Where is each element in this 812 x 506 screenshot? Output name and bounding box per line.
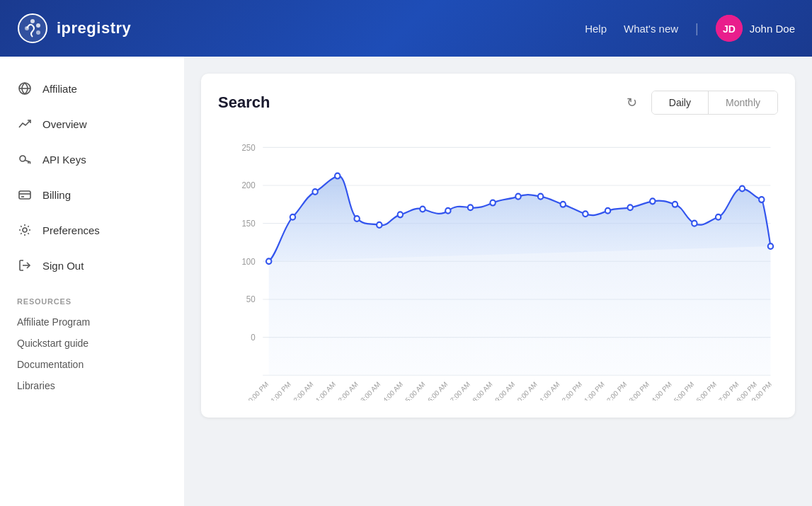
header: ipregistry Help What's new | JD John Doe xyxy=(0,0,812,57)
svg-text:8:00 AM: 8:00 AM xyxy=(471,380,493,401)
sidebar-item-billing[interactable]: Billing xyxy=(0,177,184,212)
svg-point-44 xyxy=(561,202,566,207)
logo-text: ipregistry xyxy=(57,19,131,38)
chart-header: Search ↻ Daily Monthly xyxy=(218,91,778,115)
svg-point-42 xyxy=(515,194,520,200)
svg-point-33 xyxy=(312,189,317,195)
svg-text:1:00 PM: 1:00 PM xyxy=(583,380,606,401)
svg-point-36 xyxy=(377,222,382,228)
svg-point-47 xyxy=(627,205,632,210)
view-toggle: Daily Monthly xyxy=(651,91,778,115)
svg-point-3 xyxy=(36,30,40,35)
svg-point-45 xyxy=(583,211,588,217)
svg-point-35 xyxy=(354,216,359,222)
svg-text:12:00 AM: 12:00 AM xyxy=(289,380,314,401)
svg-point-53 xyxy=(759,197,764,202)
sidebar-item-affiliate[interactable]: Affiliate xyxy=(0,71,184,106)
svg-point-50 xyxy=(692,221,697,226)
user-name: John Doe xyxy=(750,23,795,35)
sidebar-item-preferences[interactable]: Preferences xyxy=(0,212,184,248)
svg-point-48 xyxy=(650,198,655,204)
main-content: Search ↻ Daily Monthly xyxy=(184,57,812,506)
svg-point-4 xyxy=(25,26,29,30)
svg-text:JD: JD xyxy=(723,23,736,35)
monthly-toggle[interactable]: Monthly xyxy=(708,91,777,114)
sidebar-link-quickstart[interactable]: Quickstart guide xyxy=(0,333,184,354)
user-menu[interactable]: JD John Doe xyxy=(716,15,795,42)
sidebar-link-affiliate-program[interactable]: Affiliate Program xyxy=(0,311,184,333)
svg-text:3:00 PM: 3:00 PM xyxy=(627,380,651,401)
svg-point-31 xyxy=(266,258,271,264)
svg-text:200: 200 xyxy=(241,180,256,190)
svg-text:7:00 AM: 7:00 AM xyxy=(449,380,471,401)
svg-point-0 xyxy=(18,14,47,42)
affiliate-icon xyxy=(17,81,33,96)
svg-point-1 xyxy=(30,19,35,23)
svg-point-34 xyxy=(335,173,340,179)
svg-point-49 xyxy=(673,202,677,207)
svg-point-52 xyxy=(740,186,745,192)
svg-text:4:00 PM: 4:00 PM xyxy=(650,380,673,401)
chart-title: Search xyxy=(218,93,270,112)
header-nav: Help What's new | JD John Doe xyxy=(585,15,795,42)
sidebar-item-overview[interactable]: Overview xyxy=(0,106,184,142)
billing-icon xyxy=(17,187,33,202)
svg-text:4:00 AM: 4:00 AM xyxy=(382,380,404,401)
line-chart: 250 200 150 100 50 0 xyxy=(218,132,778,401)
svg-text:5:00 AM: 5:00 AM xyxy=(404,380,426,401)
svg-point-41 xyxy=(490,200,495,206)
svg-point-51 xyxy=(716,214,721,220)
chart-controls: ↻ Daily Monthly xyxy=(621,91,778,115)
svg-text:6:00 AM: 6:00 AM xyxy=(426,380,449,401)
sidebar: Affiliate Overview API Keys xyxy=(0,57,184,506)
nav-divider: | xyxy=(695,21,699,36)
svg-text:50: 50 xyxy=(246,294,256,304)
svg-point-2 xyxy=(36,23,40,28)
svg-text:1:00 AM: 1:00 AM xyxy=(314,380,337,401)
logo: ipregistry xyxy=(17,13,131,44)
svg-point-16 xyxy=(23,228,27,232)
chart-area: 250 200 150 100 50 0 xyxy=(218,132,778,401)
sidebar-label-preferences: Preferences xyxy=(42,224,100,236)
svg-text:150: 150 xyxy=(241,219,256,229)
logout-icon xyxy=(17,258,33,273)
svg-text:100: 100 xyxy=(241,256,256,266)
overview-icon xyxy=(17,116,33,132)
svg-text:12:00 PM: 12:00 PM xyxy=(558,380,583,401)
svg-point-40 xyxy=(468,205,473,210)
sidebar-label-api-keys: API Keys xyxy=(42,154,86,166)
svg-text:2:00 AM: 2:00 AM xyxy=(337,380,360,401)
svg-text:250: 250 xyxy=(241,143,256,153)
help-link[interactable]: Help xyxy=(585,23,607,35)
logo-icon xyxy=(17,13,48,44)
svg-point-38 xyxy=(420,207,425,212)
svg-text:3:00 AM: 3:00 AM xyxy=(359,380,382,401)
whats-new-link[interactable]: What's new xyxy=(624,23,678,35)
avatar: JD xyxy=(716,15,743,42)
daily-toggle[interactable]: Daily xyxy=(652,91,708,114)
svg-point-39 xyxy=(445,208,450,214)
svg-point-32 xyxy=(290,214,295,220)
sidebar-item-sign-out[interactable]: Sign Out xyxy=(0,248,184,283)
svg-rect-13 xyxy=(19,191,30,199)
svg-point-9 xyxy=(20,156,25,161)
sidebar-label-overview: Overview xyxy=(42,118,87,130)
svg-text:5:00 PM: 5:00 PM xyxy=(673,380,696,401)
svg-point-46 xyxy=(605,208,610,214)
sidebar-link-documentation[interactable]: Documentation xyxy=(0,354,184,375)
sidebar-item-api-keys[interactable]: API Keys xyxy=(0,142,184,177)
svg-text:11:00 AM: 11:00 AM xyxy=(536,380,561,401)
svg-text:10:00 PM: 10:00 PM xyxy=(244,380,270,401)
svg-text:6:00 PM: 6:00 PM xyxy=(694,380,718,401)
svg-text:9:00 AM: 9:00 AM xyxy=(493,380,516,401)
svg-point-43 xyxy=(538,194,543,200)
svg-text:2:00 PM: 2:00 PM xyxy=(605,380,629,401)
svg-text:11:00 PM: 11:00 PM xyxy=(266,380,292,401)
sidebar-link-libraries[interactable]: Libraries xyxy=(0,375,184,396)
layout: Affiliate Overview API Keys xyxy=(0,57,812,506)
sidebar-label-affiliate: Affiliate xyxy=(42,83,77,95)
sidebar-label-billing: Billing xyxy=(42,189,71,201)
svg-text:0: 0 xyxy=(251,333,256,343)
svg-point-37 xyxy=(398,212,403,217)
refresh-button[interactable]: ↻ xyxy=(621,92,643,113)
